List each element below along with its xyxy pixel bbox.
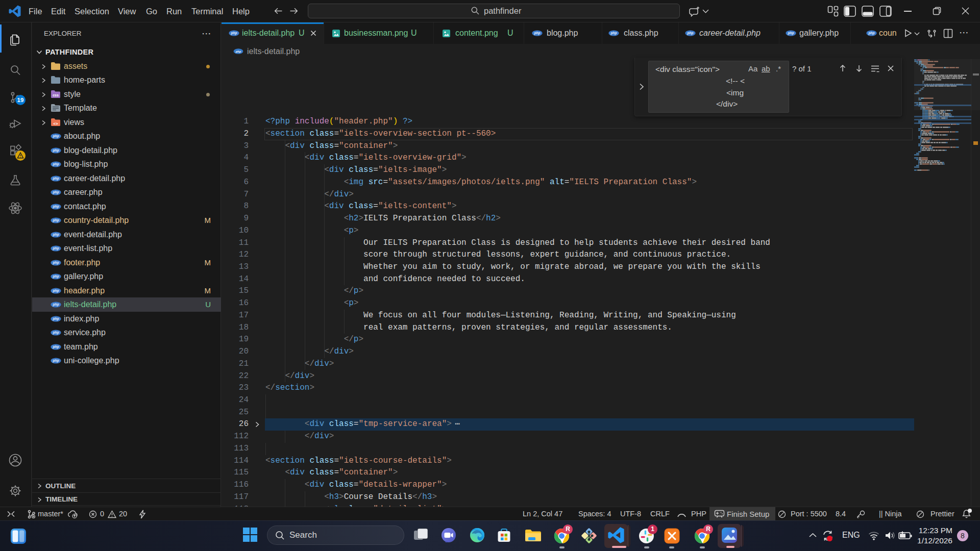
svg-text:php: php (687, 31, 694, 35)
svg-text:php: php (53, 233, 59, 237)
svg-text:php: php (53, 205, 59, 209)
svg-text:php: php (53, 191, 59, 195)
svg-text:php: php (231, 31, 237, 35)
svg-text:php: php (53, 261, 59, 265)
svg-text:php: php (53, 247, 59, 251)
svg-text:php: php (534, 31, 541, 35)
svg-text:php: php (53, 148, 59, 153)
svg-text:php: php (53, 289, 59, 293)
svg-text:php: php (53, 317, 59, 321)
svg-text:php: php (53, 359, 59, 363)
svg-text:php: php (53, 135, 59, 139)
svg-text:php: php (53, 275, 59, 279)
svg-text:php: php (868, 31, 875, 35)
svg-text:php: php (788, 31, 794, 35)
svg-text:php: php (53, 163, 59, 167)
svg-text:php: php (610, 31, 617, 35)
svg-text:php: php (53, 177, 59, 181)
svg-text:css: css (53, 93, 59, 97)
svg-text:<>: <> (53, 121, 58, 126)
svg-text:php: php (235, 50, 241, 53)
svg-text:php: php (53, 331, 59, 335)
svg-text:php: php (53, 345, 59, 349)
svg-text:php: php (53, 219, 59, 223)
svg-text:php: php (53, 303, 59, 307)
